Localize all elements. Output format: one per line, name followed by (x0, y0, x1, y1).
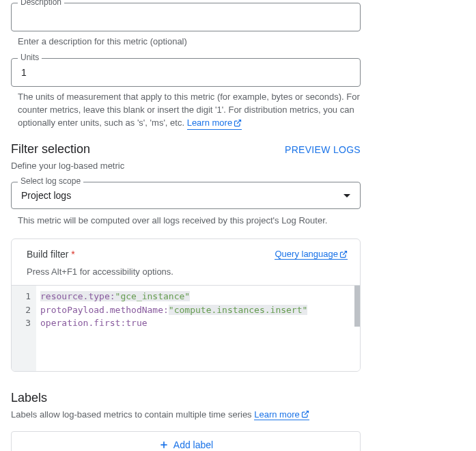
svg-line-2 (305, 411, 309, 415)
build-filter-title: Build filter * (27, 249, 75, 260)
labels-learn-more-link[interactable]: Learn more (254, 409, 309, 420)
units-learn-more-link[interactable]: Learn more (187, 117, 242, 131)
description-field-wrapper: Description (11, 3, 465, 31)
plus-icon (158, 439, 169, 450)
description-input[interactable] (11, 3, 361, 31)
description-label: Description (18, 0, 64, 7)
log-scope-label: Select log scope (18, 176, 83, 186)
labels-title: Labels (11, 391, 465, 405)
scrollbar-thumb[interactable] (354, 286, 360, 327)
external-link-icon (301, 410, 309, 418)
units-helper: The units of measurement that apply to t… (11, 91, 361, 131)
svg-line-1 (343, 251, 347, 255)
preview-logs-link[interactable]: PREVIEW LOGS (285, 144, 361, 155)
filter-section-header: Filter selection PREVIEW LOGS (11, 142, 361, 156)
log-scope-select[interactable]: Project logs (11, 182, 361, 209)
line-numbers: 123 (12, 286, 36, 371)
log-scope-helper: This metric will be computed over all lo… (11, 215, 361, 228)
filter-section-desc: Define your log-based metric (11, 161, 465, 171)
code-line-1: resource.type:"gce_instance" (40, 290, 354, 303)
code-line-3: operation.first:true (40, 316, 354, 330)
filter-section-title: Filter selection (11, 142, 90, 156)
code-editor[interactable]: 123 resource.type:"gce_instance" protoPa… (12, 285, 360, 371)
units-label: Units (18, 53, 42, 62)
units-input[interactable] (11, 58, 361, 87)
svg-line-0 (237, 120, 241, 124)
code-content[interactable]: resource.type:"gce_instance" protoPayloa… (36, 286, 360, 371)
code-line-2: protoPayload.methodName:"compute.instanc… (40, 303, 354, 317)
query-language-link[interactable]: Query language (275, 249, 348, 260)
scrollbar[interactable] (354, 286, 360, 371)
log-scope-value: Project logs (21, 190, 71, 201)
required-indicator: * (71, 249, 74, 260)
log-scope-select-wrapper: Select log scope Project logs (11, 182, 361, 209)
add-label-button[interactable]: Add label (11, 431, 361, 451)
external-link-icon (234, 119, 242, 127)
build-filter-header: Build filter * Query language (12, 239, 360, 266)
units-field-wrapper: Units (11, 58, 465, 87)
labels-section: Labels Labels allow log-based metrics to… (11, 391, 465, 451)
chevron-down-icon (344, 194, 350, 197)
build-filter-card: Build filter * Query language Press Alt+… (11, 238, 361, 372)
accessibility-note: Press Alt+F1 for accessibility options. (12, 266, 360, 285)
labels-desc: Labels allow log-based metrics to contai… (11, 409, 465, 420)
description-helper: Enter a description for this metric (opt… (11, 36, 361, 49)
external-link-icon (339, 250, 348, 258)
